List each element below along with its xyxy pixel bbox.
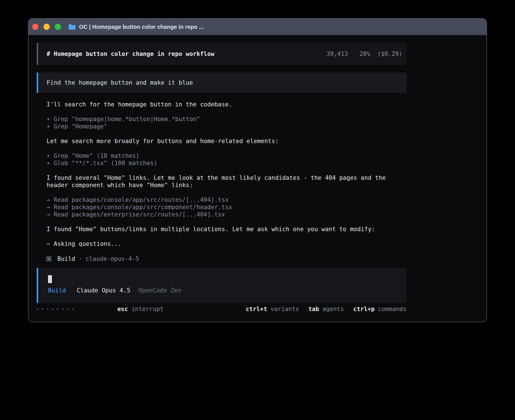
agent-status-line: Build · claude-opus-4-5 bbox=[37, 255, 407, 263]
desktop: { "window": { "title": "OC | Homepage bu… bbox=[0, 0, 515, 420]
tool-call-line: ∗ Grep "Home" (18 matches) bbox=[47, 152, 407, 159]
assistant-text-line: header component which have "Home" links… bbox=[47, 181, 407, 189]
spinner-dots-icon bbox=[37, 309, 74, 310]
traffic-lights bbox=[32, 24, 61, 30]
hint-label: commands bbox=[378, 306, 407, 312]
spinner-dot bbox=[47, 309, 48, 310]
assistant-text-line: I found "Home" buttons/links in multiple… bbox=[47, 226, 407, 233]
status-bar-right: ctrl+tvariantstabagentsctrl+pcommands bbox=[246, 305, 407, 313]
blank-line bbox=[47, 145, 407, 152]
hint-label: interrupt bbox=[131, 306, 163, 312]
blank-line bbox=[47, 189, 407, 196]
mode-label[interactable]: Build bbox=[48, 287, 66, 294]
spinner-dot bbox=[57, 309, 58, 310]
blank-line bbox=[47, 130, 407, 137]
input-meta: Build Claude Opus 4.5 OpenCode Zen bbox=[48, 287, 407, 294]
assistant-text-line: Let me search more broadly for buttons a… bbox=[47, 137, 407, 145]
hint-interrupt: escinterrupt bbox=[82, 298, 163, 320]
hint-key: ctrl+p bbox=[353, 306, 375, 312]
build-agent-icon bbox=[47, 257, 51, 261]
tool-call-line: → Read packages/enterprise/src/routes/[.… bbox=[47, 211, 407, 218]
status-bar: escinterrupt ctrl+tvariantstabagentsctrl… bbox=[37, 305, 407, 313]
session-cost: ($0.29) bbox=[377, 51, 402, 57]
blank-line bbox=[47, 108, 407, 115]
hint-key: tab bbox=[308, 306, 319, 312]
tool-call-line: ∗ Grep "homepage|home.*button|Home.*butt… bbox=[47, 115, 407, 123]
zoom-button[interactable] bbox=[55, 24, 61, 30]
model-label[interactable]: Claude Opus 4.5 bbox=[77, 287, 130, 294]
minimize-button[interactable] bbox=[43, 24, 50, 30]
blank-line bbox=[47, 233, 407, 240]
folder-icon bbox=[68, 24, 76, 30]
spinner-dot bbox=[62, 309, 64, 310]
hint-key: esc bbox=[117, 306, 128, 312]
spinner-dot bbox=[67, 309, 69, 310]
tool-call-line: ∗ Glob "**/*.tsx" (100 matches) bbox=[47, 159, 407, 167]
blank-line bbox=[47, 167, 407, 174]
agent-name: Build bbox=[57, 255, 75, 262]
spinner-dot bbox=[37, 309, 38, 310]
text-cursor-icon bbox=[48, 275, 52, 283]
user-message: Find the homepage button and make it blu… bbox=[37, 73, 407, 93]
hint-label: variants bbox=[270, 306, 299, 312]
spinner-dot bbox=[72, 309, 74, 310]
prompt-input[interactable]: Build Claude Opus 4.5 OpenCode Zen bbox=[37, 268, 407, 303]
assistant-text-line: ~ Asking questions... bbox=[47, 240, 407, 248]
hint-agents: tabagents bbox=[308, 305, 344, 313]
terminal-content: # Homepage button color change in repo w… bbox=[37, 43, 407, 313]
session-stats: 39,413 20% ($0.29) bbox=[326, 50, 402, 58]
assistant-text-line: I found several "Home" links. Let me loo… bbox=[47, 174, 407, 181]
spinner-dot bbox=[52, 309, 53, 310]
window-title: OC | Homepage button color change in rep… bbox=[79, 24, 204, 30]
session-title: # Homepage button color change in repo w… bbox=[47, 50, 214, 58]
token-count: 39,413 bbox=[326, 51, 348, 57]
blank-line bbox=[47, 248, 407, 255]
spinner-dot bbox=[42, 309, 43, 310]
agent-model: claude-opus-4-5 bbox=[86, 255, 139, 262]
terminal-window: OC | Homepage button color change in rep… bbox=[28, 18, 487, 322]
hint-commands: ctrl+pcommands bbox=[353, 305, 407, 313]
close-button[interactable] bbox=[32, 24, 38, 30]
separator-dot-icon: · bbox=[78, 255, 82, 262]
blank-line bbox=[47, 218, 407, 226]
window-titlebar[interactable]: OC | Homepage button color change in rep… bbox=[29, 19, 486, 35]
user-message-text: Find the homepage button and make it blu… bbox=[47, 79, 193, 86]
hint-key: ctrl+t bbox=[246, 306, 267, 312]
status-bar-left: escinterrupt bbox=[37, 298, 163, 320]
tool-call-line: → Read packages/console/app/src/routes/[… bbox=[47, 196, 407, 204]
tool-call-line: ∗ Grep "Homepage" bbox=[47, 123, 407, 130]
context-percent: 20% bbox=[359, 51, 370, 57]
assistant-text-line: I'll search for the homepage button in t… bbox=[47, 101, 407, 108]
tool-call-line: → Read packages/console/app/src/componen… bbox=[47, 204, 407, 211]
hint-label: agents bbox=[322, 306, 344, 312]
session-header: # Homepage button color change in repo w… bbox=[37, 43, 407, 65]
hint-variants: ctrl+tvariants bbox=[246, 305, 299, 313]
provider-label: OpenCode Zen bbox=[138, 287, 181, 294]
conversation: I'll search for the homepage button in t… bbox=[37, 101, 407, 255]
